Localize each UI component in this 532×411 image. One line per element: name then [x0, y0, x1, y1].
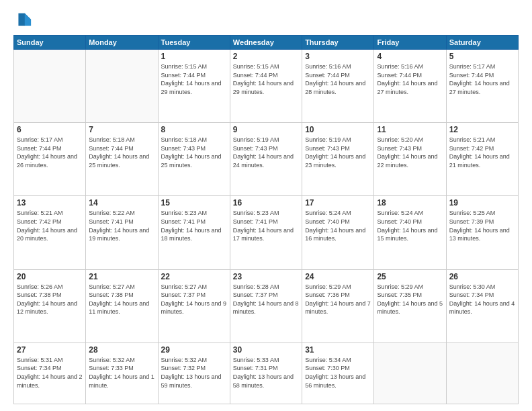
day-number: 7 [89, 125, 154, 134]
day-number: 20 [17, 272, 83, 281]
calendar-cell: 23Sunrise: 5:28 AM Sunset: 7:37 PM Dayli… [230, 269, 302, 342]
day-info: Sunrise: 5:24 AM Sunset: 7:40 PM Dayligh… [305, 209, 371, 242]
day-info: Sunrise: 5:23 AM Sunset: 7:41 PM Dayligh… [161, 209, 227, 242]
calendar-cell: 24Sunrise: 5:29 AM Sunset: 7:36 PM Dayli… [302, 269, 374, 342]
calendar-cell: 11Sunrise: 5:20 AM Sunset: 7:43 PM Dayli… [374, 123, 446, 196]
day-number: 22 [161, 272, 227, 281]
calendar-cell: 4Sunrise: 5:16 AM Sunset: 7:44 PM Daylig… [374, 50, 446, 123]
day-number: 4 [377, 52, 443, 61]
calendar-cell: 15Sunrise: 5:23 AM Sunset: 7:41 PM Dayli… [158, 196, 230, 269]
day-number: 6 [17, 125, 83, 134]
calendar-cell: 2Sunrise: 5:15 AM Sunset: 7:44 PM Daylig… [230, 50, 302, 123]
day-info: Sunrise: 5:18 AM Sunset: 7:43 PM Dayligh… [161, 136, 227, 169]
calendar-cell: 7Sunrise: 5:18 AM Sunset: 7:44 PM Daylig… [86, 123, 158, 196]
calendar-cell: 3Sunrise: 5:16 AM Sunset: 7:44 PM Daylig… [302, 50, 374, 123]
day-info: Sunrise: 5:21 AM Sunset: 7:42 PM Dayligh… [17, 209, 83, 242]
calendar-cell: 8Sunrise: 5:18 AM Sunset: 7:43 PM Daylig… [158, 123, 230, 196]
day-info: Sunrise: 5:17 AM Sunset: 7:44 PM Dayligh… [17, 136, 83, 169]
weekday-header-row: SundayMondayTuesdayWednesdayThursdayFrid… [14, 36, 519, 50]
day-number: 30 [233, 345, 299, 355]
svg-marker-1 [25, 13, 31, 26]
day-number: 29 [161, 345, 227, 355]
day-number: 5 [449, 52, 515, 61]
logo-icon [13, 11, 32, 30]
day-number: 14 [89, 198, 154, 208]
day-info: Sunrise: 5:27 AM Sunset: 7:37 PM Dayligh… [161, 283, 227, 316]
header [13, 11, 519, 30]
day-number: 23 [233, 272, 299, 281]
calendar-cell: 13Sunrise: 5:21 AM Sunset: 7:42 PM Dayli… [14, 196, 86, 269]
day-number: 9 [233, 125, 299, 134]
day-number: 25 [377, 272, 443, 281]
day-number: 13 [17, 198, 83, 208]
day-info: Sunrise: 5:24 AM Sunset: 7:40 PM Dayligh… [377, 209, 443, 242]
day-info: Sunrise: 5:33 AM Sunset: 7:31 PM Dayligh… [233, 356, 299, 390]
day-info: Sunrise: 5:15 AM Sunset: 7:44 PM Dayligh… [161, 62, 227, 96]
calendar-cell: 19Sunrise: 5:25 AM Sunset: 7:39 PM Dayli… [446, 196, 518, 269]
day-number: 31 [305, 345, 371, 355]
calendar-cell: 16Sunrise: 5:23 AM Sunset: 7:41 PM Dayli… [230, 196, 302, 269]
day-info: Sunrise: 5:27 AM Sunset: 7:38 PM Dayligh… [89, 283, 154, 316]
day-info: Sunrise: 5:19 AM Sunset: 7:43 PM Dayligh… [233, 136, 299, 169]
day-number: 12 [449, 125, 515, 134]
day-info: Sunrise: 5:16 AM Sunset: 7:44 PM Dayligh… [305, 62, 371, 96]
day-number: 3 [305, 52, 371, 61]
day-number: 18 [377, 198, 443, 208]
calendar-cell [14, 50, 86, 123]
weekday-header-wednesday: Wednesday [230, 36, 302, 50]
day-number: 28 [89, 345, 154, 355]
day-number: 27 [17, 345, 83, 355]
calendar-cell: 20Sunrise: 5:26 AM Sunset: 7:38 PM Dayli… [14, 269, 86, 342]
day-info: Sunrise: 5:31 AM Sunset: 7:34 PM Dayligh… [17, 356, 83, 390]
calendar-cell: 14Sunrise: 5:22 AM Sunset: 7:41 PM Dayli… [86, 196, 158, 269]
calendar-cell [374, 342, 446, 404]
weekday-header-saturday: Saturday [446, 36, 518, 50]
calendar-cell: 30Sunrise: 5:33 AM Sunset: 7:31 PM Dayli… [230, 342, 302, 404]
day-number: 19 [449, 198, 515, 208]
day-number: 10 [305, 125, 371, 134]
logo [13, 11, 35, 30]
day-info: Sunrise: 5:26 AM Sunset: 7:38 PM Dayligh… [17, 283, 83, 316]
day-info: Sunrise: 5:16 AM Sunset: 7:44 PM Dayligh… [377, 62, 443, 96]
calendar-cell: 5Sunrise: 5:17 AM Sunset: 7:44 PM Daylig… [446, 50, 518, 123]
calendar-cell: 27Sunrise: 5:31 AM Sunset: 7:34 PM Dayli… [14, 342, 86, 404]
day-info: Sunrise: 5:18 AM Sunset: 7:44 PM Dayligh… [89, 136, 154, 169]
day-info: Sunrise: 5:29 AM Sunset: 7:35 PM Dayligh… [377, 283, 443, 316]
day-info: Sunrise: 5:28 AM Sunset: 7:37 PM Dayligh… [233, 283, 299, 316]
calendar-cell: 12Sunrise: 5:21 AM Sunset: 7:42 PM Dayli… [446, 123, 518, 196]
day-info: Sunrise: 5:19 AM Sunset: 7:43 PM Dayligh… [305, 136, 371, 169]
day-info: Sunrise: 5:32 AM Sunset: 7:32 PM Dayligh… [161, 356, 227, 390]
day-number: 8 [161, 125, 227, 134]
day-info: Sunrise: 5:32 AM Sunset: 7:33 PM Dayligh… [89, 356, 154, 390]
day-number: 21 [89, 272, 154, 281]
day-info: Sunrise: 5:25 AM Sunset: 7:39 PM Dayligh… [449, 209, 515, 242]
calendar-cell: 1Sunrise: 5:15 AM Sunset: 7:44 PM Daylig… [158, 50, 230, 123]
calendar-week-2: 6Sunrise: 5:17 AM Sunset: 7:44 PM Daylig… [14, 123, 519, 196]
day-info: Sunrise: 5:20 AM Sunset: 7:43 PM Dayligh… [377, 136, 443, 169]
calendar-cell [446, 342, 518, 404]
calendar-cell: 9Sunrise: 5:19 AM Sunset: 7:43 PM Daylig… [230, 123, 302, 196]
calendar-week-4: 20Sunrise: 5:26 AM Sunset: 7:38 PM Dayli… [14, 269, 519, 342]
weekday-header-tuesday: Tuesday [158, 36, 230, 50]
day-info: Sunrise: 5:29 AM Sunset: 7:36 PM Dayligh… [305, 283, 371, 316]
calendar-cell: 21Sunrise: 5:27 AM Sunset: 7:38 PM Dayli… [86, 269, 158, 342]
calendar-cell: 18Sunrise: 5:24 AM Sunset: 7:40 PM Dayli… [374, 196, 446, 269]
calendar-cell: 22Sunrise: 5:27 AM Sunset: 7:37 PM Dayli… [158, 269, 230, 342]
calendar-week-5: 27Sunrise: 5:31 AM Sunset: 7:34 PM Dayli… [14, 342, 519, 404]
weekday-header-thursday: Thursday [302, 36, 374, 50]
calendar-cell [86, 50, 158, 123]
calendar-cell: 31Sunrise: 5:34 AM Sunset: 7:30 PM Dayli… [302, 342, 374, 404]
calendar-cell: 6Sunrise: 5:17 AM Sunset: 7:44 PM Daylig… [14, 123, 86, 196]
day-info: Sunrise: 5:21 AM Sunset: 7:42 PM Dayligh… [449, 136, 515, 169]
calendar-cell: 28Sunrise: 5:32 AM Sunset: 7:33 PM Dayli… [86, 342, 158, 404]
calendar-cell: 29Sunrise: 5:32 AM Sunset: 7:32 PM Dayli… [158, 342, 230, 404]
calendar-cell: 25Sunrise: 5:29 AM Sunset: 7:35 PM Dayli… [374, 269, 446, 342]
day-number: 26 [449, 272, 515, 281]
day-info: Sunrise: 5:17 AM Sunset: 7:44 PM Dayligh… [449, 62, 515, 96]
day-info: Sunrise: 5:30 AM Sunset: 7:34 PM Dayligh… [449, 283, 515, 316]
day-info: Sunrise: 5:15 AM Sunset: 7:44 PM Dayligh… [233, 62, 299, 96]
weekday-header-monday: Monday [86, 36, 158, 50]
weekday-header-friday: Friday [374, 36, 446, 50]
day-info: Sunrise: 5:34 AM Sunset: 7:30 PM Dayligh… [305, 356, 371, 390]
day-number: 15 [161, 198, 227, 208]
